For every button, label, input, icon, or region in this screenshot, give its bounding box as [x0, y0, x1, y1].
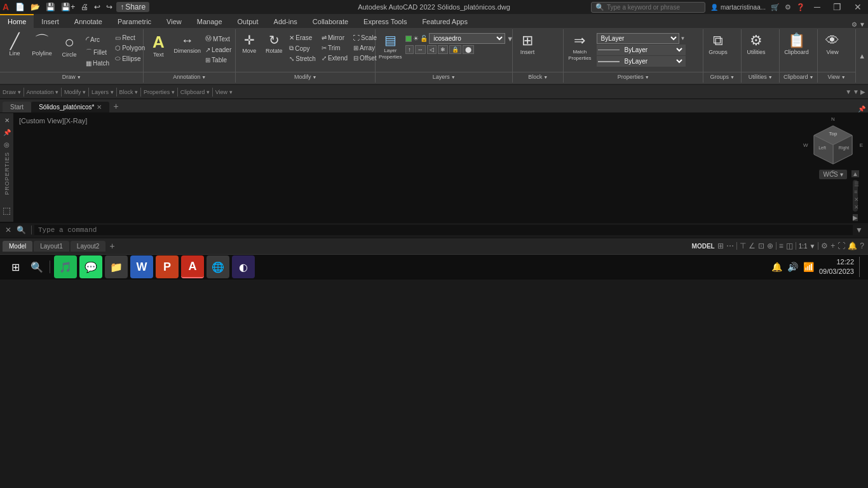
command-expand-button[interactable]: ▼ — [853, 226, 865, 234]
text-button[interactable]: A Text — [145, 32, 172, 60]
make-current-layer-button[interactable]: ↑ — [405, 45, 414, 54]
scale-button[interactable]: ⛶ Scale — [351, 33, 379, 43]
snap-button[interactable]: ⋯ — [726, 241, 734, 250]
workspace-settings-button[interactable]: ⚙ — [821, 241, 828, 250]
viewcube-3d[interactable]: Top Right Left S N S E W — [811, 123, 855, 167]
offset-button[interactable]: ⊟ Offset — [351, 53, 379, 63]
viewport-canvas[interactable]: [Custom View][X-Ray] Top Right Left — [14, 113, 868, 222]
ribbon-collapse-button[interactable]: ▲ — [856, 29, 868, 83]
panel-btn-2[interactable]: ≡ — [854, 189, 857, 195]
save-as-button[interactable]: 💾+ — [59, 1, 77, 13]
layout-tab-layout1[interactable]: Layout1 — [34, 241, 69, 252]
taskbar-eclipse[interactable]: ◐ — [232, 255, 255, 278]
tab-solidos[interactable]: Sólidos_platónicos* ✕ — [31, 102, 109, 112]
lock-layer-button[interactable]: 🔒 — [449, 45, 461, 54]
workspace-button[interactable]: ⚙ ▼ — [851, 21, 865, 28]
move-button[interactable]: ✛ Move — [237, 32, 261, 57]
tab-close-icon[interactable]: ✕ — [97, 104, 102, 111]
array-button[interactable]: ⊞ Array — [351, 43, 379, 53]
restore-button[interactable]: ❐ — [829, 1, 845, 13]
print-button[interactable]: 🖨 — [79, 1, 90, 13]
utilities-label[interactable]: Utilities — [742, 72, 779, 81]
command-input[interactable] — [34, 225, 853, 235]
groups-label[interactable]: Groups — [703, 72, 741, 81]
taskbar-powerpoint[interactable]: P — [156, 255, 179, 278]
layers-group-label[interactable]: Layers — [376, 72, 512, 81]
trim-button[interactable]: ✂ Trim — [319, 43, 350, 53]
layer-dropdown[interactable]: icosaedro — [429, 33, 505, 44]
taskbar-whatsapp[interactable]: 💬 — [79, 255, 102, 278]
clipboard-label[interactable]: Clipboard — [780, 72, 817, 81]
toolbar-customize-button[interactable]: ▼ — [845, 88, 851, 95]
view-label[interactable]: View — [818, 72, 855, 81]
ortho-button[interactable]: ⊤ — [740, 241, 746, 250]
stretch-button[interactable]: ⤡ Stretch — [287, 54, 318, 64]
modify-group-label[interactable]: Modify — [236, 72, 375, 81]
sidebar-toggle-button[interactable]: ✕ — [3, 116, 11, 125]
tmodel-button[interactable]: ◫ — [786, 241, 793, 250]
tab-insert[interactable]: Insert — [34, 14, 67, 28]
panel-btn-4[interactable]: ✕ — [854, 204, 857, 210]
taskbar-autocad[interactable]: A — [181, 255, 204, 278]
properties-group-label[interactable]: Properties — [564, 72, 703, 81]
tab-home[interactable]: Home — [0, 14, 34, 28]
layer-properties-button[interactable]: ▤ LayerProperties — [377, 32, 403, 62]
polyline-button[interactable]: ⌒ Polyline — [29, 32, 55, 59]
rotate-button[interactable]: ↻ Rotate — [262, 32, 286, 57]
save-button[interactable]: 💾 — [44, 1, 57, 13]
start-button[interactable]: ⊞ — [5, 257, 25, 277]
groups-button[interactable]: ⧉ Groups — [705, 32, 731, 58]
close-button[interactable]: ✕ — [850, 1, 865, 13]
tab-output[interactable]: Output — [230, 14, 266, 28]
annotation-scale-button[interactable]: 1:1 ▼ — [799, 243, 816, 250]
share-button[interactable]: ↑ Share — [116, 2, 149, 12]
show-desktop-button[interactable] — [859, 257, 863, 277]
panel-btn-3[interactable]: ✕ — [854, 196, 857, 203]
circle-button[interactable]: ○ Circle — [56, 32, 83, 60]
tab-manage[interactable]: Manage — [189, 14, 230, 28]
linetype-dropdown[interactable]: ByLayer — [621, 45, 684, 55]
mirror-button[interactable]: ⇌ Mirror — [319, 33, 350, 43]
draw-group-label[interactable]: Draw — [0, 72, 143, 81]
mtext-button[interactable]: Ⓜ MText — [203, 33, 234, 44]
tab-parametric[interactable]: Parametric — [110, 14, 159, 28]
lwt-button[interactable]: ≡ — [779, 241, 783, 250]
command-search-button[interactable]: 🔍 — [14, 226, 29, 234]
search-bar[interactable]: 🔍 — [591, 2, 705, 13]
extend-button[interactable]: ⤢ Extend — [319, 53, 350, 63]
undo-button[interactable]: ↩ — [92, 1, 102, 13]
sidebar-nav-button[interactable]: ◎ — [3, 140, 11, 149]
taskbar-chrome[interactable]: 🌐 — [207, 255, 229, 278]
rectangle-button[interactable]: ▭ Rect — [112, 33, 147, 43]
color-dropdown-arrow[interactable]: ▼ — [681, 36, 686, 41]
add-layout-button[interactable]: + — [107, 241, 117, 251]
view-button[interactable]: 👁 View — [819, 32, 846, 58]
panel-expand-right[interactable]: ▶ — [853, 214, 858, 221]
sidebar-pin-button[interactable]: 📌 — [2, 128, 12, 137]
line-button[interactable]: ╱ Line — [1, 32, 28, 59]
erase-button[interactable]: ✕ Erase — [287, 33, 318, 43]
tab-addins[interactable]: Add-ins — [266, 14, 305, 28]
toolbar-expand-button[interactable]: ▼ — [853, 88, 859, 95]
block-group-label[interactable]: Block — [513, 72, 563, 81]
new-button[interactable]: 📄 — [13, 1, 27, 13]
osnap-button[interactable]: ⊡ — [758, 241, 764, 250]
previous-layer-button[interactable]: ◁ — [427, 45, 437, 54]
grid-button[interactable]: ⊞ — [717, 241, 724, 250]
clipboard-button[interactable]: 📋 Clipboard — [781, 32, 812, 58]
ellipse-button[interactable]: ⬭ Ellipse — [112, 53, 147, 64]
search-input[interactable] — [607, 4, 696, 11]
tab-view[interactable]: View — [159, 14, 189, 28]
settings-icon[interactable]: ⚙ — [785, 3, 791, 11]
tab-annotate[interactable]: Annotate — [67, 14, 110, 28]
freeze-layer-button[interactable]: ❄ — [438, 45, 448, 54]
layout-tab-layout2[interactable]: Layout2 — [71, 241, 106, 252]
fullscreen-button[interactable]: ⛶ — [837, 241, 845, 250]
polar-button[interactable]: ∠ — [749, 241, 756, 250]
dimension-button[interactable]: ↔ Dimension — [172, 32, 202, 57]
tab-express-tools[interactable]: Express Tools — [356, 14, 414, 28]
add-status-button[interactable]: + — [831, 241, 835, 250]
table-button[interactable]: ⊞ Table — [203, 55, 234, 65]
match-layer-button[interactable]: ↔ — [415, 45, 426, 54]
leader-button[interactable]: ↗ Leader — [203, 45, 234, 55]
